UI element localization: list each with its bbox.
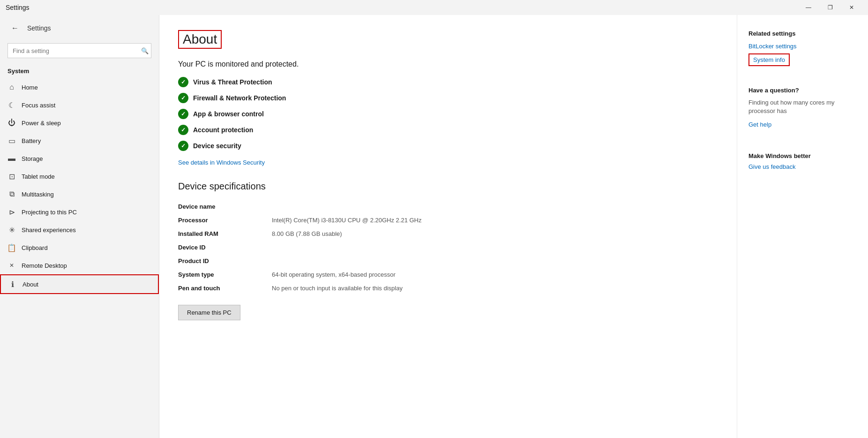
home-icon: ⌂ <box>7 83 16 91</box>
make-windows-section: Make Windows better Give us feedback <box>748 152 857 170</box>
list-item: ✓ Firewall & Network Protection <box>178 93 718 103</box>
sidebar-header: ← Settings <box>0 15 159 39</box>
question-text: Finding out how many cores my processor … <box>748 98 857 115</box>
clipboard-icon: 📋 <box>7 243 16 252</box>
spec-label-system-type: System type <box>178 271 272 278</box>
check-icon-2: ✓ <box>178 93 188 103</box>
titlebar-title: Settings <box>6 4 30 11</box>
storage-icon: ▬ <box>7 154 16 163</box>
sidebar-item-label-clipboard: Clipboard <box>22 244 48 251</box>
focus-assist-icon: ☾ <box>7 101 16 109</box>
protection-header: Your PC is monitored and protected. <box>178 60 718 68</box>
rename-pc-button[interactable]: Rename this PC <box>178 305 240 320</box>
sidebar-item-label-tablet: Tablet mode <box>22 173 55 180</box>
related-settings-title: Related settings <box>748 30 857 37</box>
list-item: ✓ Virus & Threat Protection <box>178 77 718 87</box>
sidebar-item-remote-desktop[interactable]: ✕ Remote Desktop <box>0 257 159 274</box>
app: ← Settings 🔍 System ⌂ Home ☾ Focus assis… <box>0 0 868 438</box>
search-icon[interactable]: 🔍 <box>141 47 149 54</box>
check-icon-1: ✓ <box>178 77 188 87</box>
spec-value-processor: Intel(R) Core(TM) i3-8130U CPU @ 2.20GHz… <box>272 217 718 224</box>
minimize-button[interactable]: — <box>798 0 819 15</box>
sidebar-item-about[interactable]: ℹ About <box>0 274 159 294</box>
close-button[interactable]: ✕ <box>841 0 862 15</box>
sidebar-item-label-home: Home <box>22 84 38 91</box>
sidebar-section-title: System <box>0 66 159 78</box>
main-content: About Your PC is monitored and protected… <box>159 15 737 438</box>
sidebar-item-label-multitask: Multitasking <box>22 191 54 198</box>
sidebar-item-clipboard[interactable]: 📋 Clipboard <box>0 239 159 257</box>
sidebar-item-tablet-mode[interactable]: ⊡ Tablet mode <box>0 167 159 185</box>
sidebar-item-home[interactable]: ⌂ Home <box>0 78 159 96</box>
titlebar-controls: — ❐ ✕ <box>798 0 862 15</box>
protection-list: ✓ Virus & Threat Protection ✓ Firewall &… <box>178 77 718 151</box>
page-title: About <box>183 32 217 47</box>
protection-item-4: Account protection <box>193 126 253 134</box>
projecting-icon: ⊳ <box>7 208 16 216</box>
sidebar-item-label-battery: Battery <box>22 137 41 144</box>
spec-label-processor: Processor <box>178 217 272 224</box>
sidebar-app-title: Settings <box>27 24 51 32</box>
spec-label-pen-touch: Pen and touch <box>178 285 272 292</box>
shared-experiences-icon: ✳ <box>7 226 16 234</box>
spec-value-product-id <box>272 257 718 264</box>
spec-value-system-type: 64-bit operating system, x64-based proce… <box>272 271 718 278</box>
sidebar-item-label-storage: Storage <box>22 155 43 162</box>
spec-value-ram: 8.00 GB (7.88 GB usable) <box>272 230 718 237</box>
sidebar-item-label-about: About <box>22 281 38 288</box>
sidebar-item-label-remote: Remote Desktop <box>22 262 67 269</box>
sidebar-item-label-shared: Shared experiences <box>22 227 76 234</box>
about-icon: ℹ <box>8 280 17 288</box>
spec-label-product-id: Product ID <box>178 257 272 264</box>
check-icon-5: ✓ <box>178 141 188 151</box>
spec-table: Device name Processor Intel(R) Core(TM) … <box>178 203 718 292</box>
protection-item-3: App & browser control <box>193 110 264 118</box>
search-bar: 🔍 <box>7 43 151 58</box>
tablet-mode-icon: ⊡ <box>7 172 16 181</box>
protection-item-1: Virus & Threat Protection <box>193 78 272 86</box>
search-input[interactable] <box>7 43 151 58</box>
spec-label-device-id: Device ID <box>178 244 272 251</box>
titlebar: Settings — ❐ ✕ <box>0 0 868 15</box>
spec-value-device-name <box>272 203 718 210</box>
bitlocker-settings-link[interactable]: BitLocker settings <box>748 43 857 50</box>
sidebar-item-battery[interactable]: ▭ Battery <box>0 132 159 150</box>
sidebar-item-label-power: Power & sleep <box>22 120 61 127</box>
sidebar-item-shared-experiences[interactable]: ✳ Shared experiences <box>0 221 159 239</box>
get-help-link[interactable]: Get help <box>748 121 857 128</box>
sidebar-item-focus-assist[interactable]: ☾ Focus assist <box>0 96 159 114</box>
spec-value-device-id <box>272 244 718 251</box>
multitasking-icon: ⧉ <box>7 190 16 198</box>
sidebar-item-power-sleep[interactable]: ⏻ Power & sleep <box>0 114 159 132</box>
device-specs-heading: Device specifications <box>178 181 718 192</box>
list-item: ✓ App & browser control <box>178 109 718 119</box>
spec-value-pen-touch: No pen or touch input is available for t… <box>272 285 718 292</box>
check-icon-4: ✓ <box>178 125 188 135</box>
give-feedback-link[interactable]: Give us feedback <box>748 163 857 170</box>
make-windows-title: Make Windows better <box>748 152 857 159</box>
have-a-question-title: Have a question? <box>748 87 857 94</box>
power-sleep-icon: ⏻ <box>7 119 16 127</box>
protection-item-5: Device security <box>193 142 241 150</box>
list-item: ✓ Account protection <box>178 125 718 135</box>
system-info-link[interactable]: System info <box>749 54 789 65</box>
battery-icon: ▭ <box>7 136 16 145</box>
protection-item-2: Firewall & Network Protection <box>193 94 286 102</box>
sidebar-item-storage[interactable]: ▬ Storage <box>0 150 159 167</box>
security-link[interactable]: See details in Windows Security <box>178 159 265 166</box>
back-button[interactable]: ← <box>7 21 22 36</box>
sidebar-item-label-projecting: Projecting to this PC <box>22 209 77 216</box>
spec-label-device-name: Device name <box>178 203 272 210</box>
spec-label-ram: Installed RAM <box>178 230 272 237</box>
sidebar-item-label-focus: Focus assist <box>22 102 55 109</box>
list-item: ✓ Device security <box>178 141 718 151</box>
restore-button[interactable]: ❐ <box>819 0 841 15</box>
sidebar-item-multitasking[interactable]: ⧉ Multitasking <box>0 185 159 203</box>
remote-desktop-icon: ✕ <box>7 261 16 270</box>
sidebar: ← Settings 🔍 System ⌂ Home ☾ Focus assis… <box>0 15 159 438</box>
right-panel: Related settings BitLocker settings Syst… <box>737 15 868 438</box>
sidebar-item-projecting[interactable]: ⊳ Projecting to this PC <box>0 203 159 221</box>
check-icon-3: ✓ <box>178 109 188 119</box>
